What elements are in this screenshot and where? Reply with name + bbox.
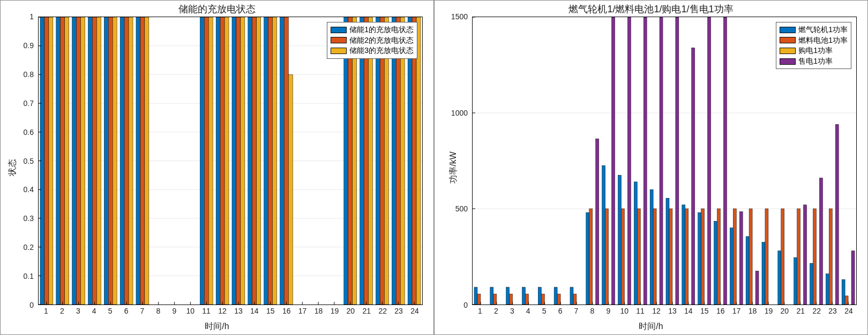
x-tick-label: 2 xyxy=(494,307,498,315)
x-axis-label: 时间/h xyxy=(1,321,433,332)
svg-rect-20 xyxy=(96,17,101,304)
svg-rect-121 xyxy=(621,209,624,304)
svg-rect-160 xyxy=(842,279,845,304)
legend-item: 储能2的充放电状态 xyxy=(331,35,414,46)
svg-rect-112 xyxy=(570,287,573,304)
y-tick-label: 1000 xyxy=(451,109,468,117)
svg-rect-101 xyxy=(477,294,481,304)
chart-panel-left: 储能的充放电状态 状态 时间/h 00.10.20.30.40.50.60.70… xyxy=(0,0,434,335)
svg-rect-57 xyxy=(392,17,396,304)
y-tick-label: 0.4 xyxy=(24,185,34,194)
svg-rect-25 xyxy=(124,17,129,304)
svg-rect-127 xyxy=(653,209,656,304)
legend-item: 燃料电池1功率 xyxy=(780,35,848,46)
svg-rect-146 xyxy=(755,271,759,304)
svg-rect-61 xyxy=(412,17,416,304)
y-tick-label: 0.3 xyxy=(24,214,34,223)
legend: 储能1的充放电状态储能2的充放电状态储能3的充放电状态 xyxy=(327,22,417,59)
svg-rect-122 xyxy=(627,17,631,304)
svg-rect-124 xyxy=(637,209,640,304)
x-tick-label: 1 xyxy=(44,307,48,315)
y-tick-label: 0.6 xyxy=(24,128,34,136)
svg-rect-55 xyxy=(380,17,384,304)
svg-rect-39 xyxy=(248,17,252,304)
y-tick-label: 0.7 xyxy=(24,99,34,108)
x-tick-label: 23 xyxy=(394,307,403,315)
svg-rect-138 xyxy=(714,221,717,304)
legend-label: 储能1的充放电状态 xyxy=(349,25,414,35)
svg-rect-42 xyxy=(264,17,268,304)
y-ticks: 050010001500 xyxy=(435,17,470,305)
x-tick-label: 11 xyxy=(202,307,211,315)
svg-rect-53 xyxy=(369,17,373,304)
svg-rect-15 xyxy=(72,17,77,304)
x-tick-label: 9 xyxy=(172,307,176,315)
svg-rect-123 xyxy=(634,182,637,304)
x-tick-label: 15 xyxy=(700,307,709,315)
svg-rect-104 xyxy=(506,287,510,304)
svg-rect-34 xyxy=(220,17,225,304)
x-tick-label: 4 xyxy=(92,307,96,315)
svg-rect-16 xyxy=(77,17,81,304)
svg-rect-145 xyxy=(749,209,752,304)
y-tick-label: 0.5 xyxy=(24,157,34,165)
svg-rect-148 xyxy=(765,209,768,304)
legend-label: 售电1功率 xyxy=(798,56,833,67)
x-tick-label: 5 xyxy=(108,307,113,315)
svg-rect-149 xyxy=(778,251,781,304)
legend-swatch xyxy=(780,48,796,54)
legend-item: 购电1功率 xyxy=(780,45,848,56)
plot-area xyxy=(38,17,423,305)
svg-rect-105 xyxy=(510,294,513,304)
svg-rect-125 xyxy=(643,17,647,304)
svg-rect-147 xyxy=(762,242,765,304)
charts-container: 储能的充放电状态 状态 时间/h 00.10.20.30.40.50.60.70… xyxy=(0,0,868,335)
svg-rect-142 xyxy=(733,209,736,304)
chart-title: 储能的充放电状态 xyxy=(1,3,433,16)
svg-rect-13 xyxy=(61,17,65,304)
svg-rect-59 xyxy=(400,17,405,304)
svg-rect-58 xyxy=(396,17,400,304)
svg-rect-109 xyxy=(541,294,544,304)
x-tick-label: 14 xyxy=(684,307,693,315)
x-tick-label: 13 xyxy=(234,307,243,315)
svg-rect-140 xyxy=(723,17,727,304)
x-tick-label: 12 xyxy=(218,307,227,315)
svg-rect-152 xyxy=(797,209,800,304)
svg-rect-126 xyxy=(650,189,653,304)
x-tick-label: 22 xyxy=(812,307,821,315)
x-tick-label: 7 xyxy=(140,307,145,315)
x-tick-label: 21 xyxy=(362,307,371,315)
svg-rect-117 xyxy=(602,165,605,304)
y-tick-label: 0.1 xyxy=(24,272,34,280)
svg-rect-107 xyxy=(525,294,528,304)
svg-rect-136 xyxy=(701,209,705,304)
y-ticks: 00.10.20.30.40.50.60.70.80.91 xyxy=(1,17,36,305)
x-tick-label: 1 xyxy=(478,307,482,315)
svg-rect-54 xyxy=(376,17,380,304)
legend-swatch xyxy=(331,37,347,43)
svg-rect-156 xyxy=(819,178,822,304)
svg-rect-49 xyxy=(348,17,353,304)
svg-rect-115 xyxy=(589,209,593,304)
svg-rect-119 xyxy=(612,17,615,304)
legend-item: 储能3的充放电状态 xyxy=(331,45,414,56)
legend-swatch xyxy=(331,27,347,33)
legend-item: 燃气轮机1功率 xyxy=(780,25,848,35)
x-tick-label: 3 xyxy=(76,307,80,315)
svg-rect-100 xyxy=(474,287,477,304)
y-tick-label: 0.8 xyxy=(24,70,34,79)
x-tick-label: 21 xyxy=(796,307,805,315)
svg-rect-154 xyxy=(810,263,813,304)
legend-label: 储能3的充放电状态 xyxy=(349,45,414,56)
svg-rect-118 xyxy=(605,209,609,304)
x-tick-label: 23 xyxy=(828,307,837,315)
legend-label: 燃料电池1功率 xyxy=(798,35,848,46)
x-tick-label: 8 xyxy=(590,307,594,315)
svg-rect-41 xyxy=(257,17,261,304)
svg-rect-153 xyxy=(804,205,807,304)
svg-rect-137 xyxy=(708,17,711,304)
svg-rect-43 xyxy=(268,17,273,304)
svg-rect-110 xyxy=(554,287,557,304)
svg-rect-133 xyxy=(685,209,689,304)
